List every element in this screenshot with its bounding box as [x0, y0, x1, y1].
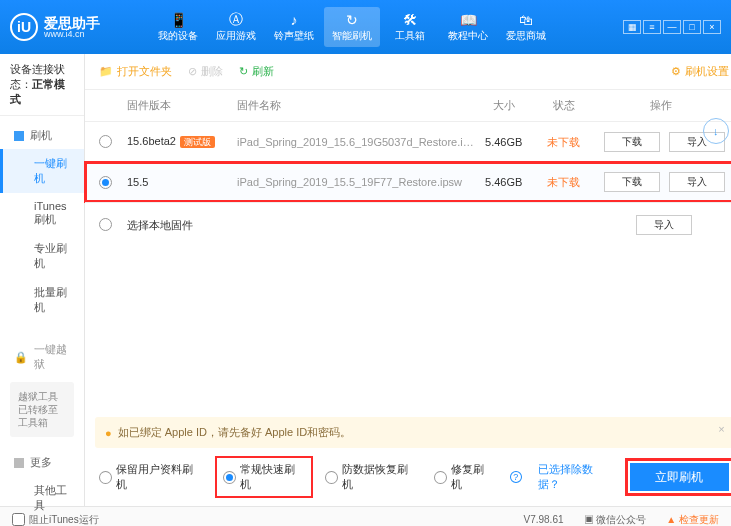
refresh-icon: ↻ [239, 65, 248, 78]
nav-icon: Ⓐ [208, 11, 264, 29]
mode-repair[interactable]: 修复刷机 [434, 462, 494, 492]
menu-button[interactable]: ≡ [643, 20, 661, 34]
nav-5[interactable]: 📖教程中心 [440, 7, 496, 47]
skin-button[interactable]: ▦ [623, 20, 641, 34]
jailbreak-notice: 越狱工具已转移至工具箱 [10, 382, 74, 437]
flash-now-button[interactable]: 立即刷机 [630, 463, 729, 491]
fw-version: 15.6beta2 [127, 135, 176, 147]
nav-1[interactable]: Ⓐ应用游戏 [208, 7, 264, 47]
nav-icon: 🛍 [498, 11, 554, 29]
check-update-link[interactable]: ▲ 检查更新 [666, 513, 719, 527]
maximize-button[interactable]: □ [683, 20, 701, 34]
nav-icon: 📖 [440, 11, 496, 29]
square-icon [14, 458, 24, 468]
close-button[interactable]: × [703, 20, 721, 34]
gear-icon: ⚙ [671, 65, 681, 78]
download-button[interactable]: 下载 [604, 132, 660, 152]
close-warning-button[interactable]: × [718, 423, 724, 435]
minimize-button[interactable]: — [663, 20, 681, 34]
wechat-link[interactable]: ▣ 微信公众号 [584, 513, 647, 527]
beta-tag: 测试版 [180, 136, 215, 148]
folder-icon: 📁 [99, 65, 113, 78]
fw-status: 未下载 [534, 135, 594, 150]
nav-2[interactable]: ♪铃声壁纸 [266, 7, 322, 47]
flash-settings-button[interactable]: ⚙刷机设置 [671, 64, 729, 79]
exclude-data-link[interactable]: 已选择除数据？ [538, 462, 614, 492]
local-firmware-radio[interactable] [99, 218, 112, 231]
wechat-icon: ▣ [584, 514, 594, 525]
fw-version: 15.5 [127, 176, 148, 188]
warning-icon: ● [105, 427, 112, 439]
app-logo: iU 爱思助手 www.i4.cn [10, 13, 150, 41]
nav-icon: ♪ [266, 11, 322, 29]
download-progress-icon[interactable]: ↓ [703, 118, 729, 144]
nav-6[interactable]: 🛍爱思商城 [498, 7, 554, 47]
update-icon: ▲ [666, 514, 676, 525]
nav-icon: 🛠 [382, 11, 438, 29]
sidebar-item-flash-1[interactable]: iTunes刷机 [0, 193, 84, 234]
delete-icon: ⊘ [188, 65, 197, 78]
open-folder-button[interactable]: 📁打开文件夹 [99, 64, 172, 79]
nav-3[interactable]: ↻智能刷机 [324, 7, 380, 47]
sidebar-item-flash-2[interactable]: 专业刷机 [0, 234, 84, 278]
table-header: 固件版本 固件名称 大小 状态 操作 [85, 90, 731, 122]
select-local-firmware-row: 选择本地固件 导入 [85, 202, 731, 247]
nav-icon: ↻ [324, 11, 380, 29]
import-local-button[interactable]: 导入 [636, 215, 692, 235]
refresh-button[interactable]: ↻刷新 [239, 64, 274, 79]
sidebar-group-flash[interactable]: 刷机 [0, 122, 84, 149]
fw-size: 5.46GB [474, 176, 534, 188]
version-label: V7.98.61 [523, 514, 563, 525]
sidebar-group-more[interactable]: 更多 [0, 449, 84, 476]
window-controls: ▦ ≡ — □ × [623, 20, 721, 34]
connection-status: 设备连接状态：正常模式 [0, 54, 84, 116]
mode-normal-fast[interactable]: 常规快速刷机 [219, 460, 309, 494]
firmware-row[interactable]: 15.6beta2测试版 iPad_Spring_2019_15.6_19G50… [85, 122, 731, 162]
nav-icon: 📱 [150, 11, 206, 29]
sidebar-item-flash-3[interactable]: 批量刷机 [0, 278, 84, 322]
fw-status: 未下载 [534, 175, 594, 190]
square-icon [14, 131, 24, 141]
info-icon[interactable]: ? [510, 471, 522, 483]
fw-name: iPad_Spring_2019_15.6_19G5037d_Restore.i… [237, 136, 474, 148]
sidebar-item-flash-0[interactable]: 一键刷机 [0, 149, 84, 193]
fw-size: 5.46GB [474, 136, 534, 148]
lock-icon: 🔒 [14, 351, 28, 364]
nav-0[interactable]: 📱我的设备 [150, 7, 206, 47]
logo-icon: iU [10, 13, 38, 41]
firmware-row[interactable]: 15.5 iPad_Spring_2019_15.5_19F77_Restore… [85, 162, 731, 202]
import-button[interactable]: 导入 [669, 172, 725, 192]
brand-url: www.i4.cn [44, 30, 100, 39]
firmware-radio[interactable] [99, 135, 112, 148]
firmware-radio[interactable] [99, 176, 112, 189]
mode-anti-recovery[interactable]: 防数据恢复刷机 [325, 462, 418, 492]
appleid-warning: ● 如已绑定 Apple ID，请先备好 Apple ID和密码。 × [95, 417, 731, 448]
sidebar-group-jailbreak: 🔒 一键越狱 [0, 336, 84, 378]
nav-4[interactable]: 🛠工具箱 [382, 7, 438, 47]
mode-keep-data[interactable]: 保留用户资料刷机 [99, 462, 203, 492]
brand-name: 爱思助手 [44, 16, 100, 30]
download-button[interactable]: 下载 [604, 172, 660, 192]
fw-name: iPad_Spring_2019_15.5_19F77_Restore.ipsw [237, 176, 474, 188]
delete-button[interactable]: ⊘删除 [188, 64, 223, 79]
block-itunes-checkbox[interactable]: 阻止iTunes运行 [12, 513, 99, 527]
